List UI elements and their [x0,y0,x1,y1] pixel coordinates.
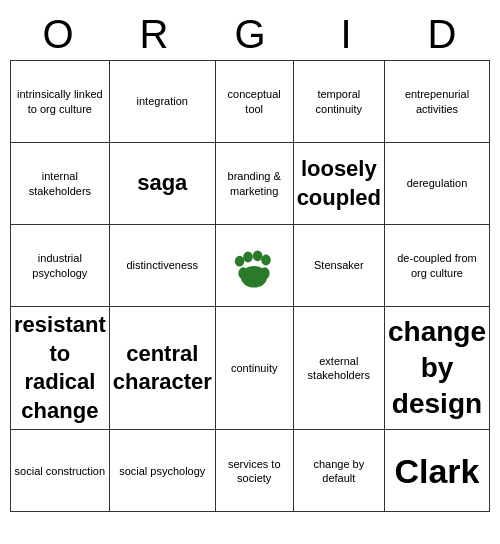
cell-text-7: branding & marketing [219,169,290,198]
header-I: I [298,8,394,60]
grid-cell-13: Stensaker [294,225,385,307]
paw-icon [224,236,284,296]
header-O: O [10,8,106,60]
cell-text-15: resistant to radical change [14,311,106,425]
cell-text-21: social psychology [119,464,205,478]
cell-text-11: distinctiveness [126,258,198,272]
svg-point-6 [261,254,271,265]
svg-point-3 [235,255,245,266]
svg-point-1 [239,267,249,279]
grid-cell-2: conceptual tool [216,61,294,143]
grid-cell-17: continuity [216,307,294,430]
cell-text-0: intrinsically linked to org culture [14,87,106,116]
cell-text-13: Stensaker [314,258,364,272]
cell-text-19: change by design [388,314,486,423]
grid-cell-8: loosely coupled [294,143,385,225]
grid-cell-9: deregulation [385,143,490,225]
cell-text-22: services to society [219,457,290,486]
cell-text-6: saga [137,169,187,198]
grid-cell-18: external stakeholders [294,307,385,430]
cell-text-9: deregulation [407,176,468,190]
bingo-card: O R G I D intrinsically linked to org cu… [10,8,490,512]
cell-text-18: external stakeholders [297,354,381,383]
cell-text-5: internal stakeholders [14,169,106,198]
grid-cell-12 [216,225,294,307]
svg-point-2 [260,267,270,279]
cell-text-2: conceptual tool [219,87,290,116]
grid-cell-14: de-coupled from org culture [385,225,490,307]
grid-cell-4: entrepenurial activities [385,61,490,143]
grid-cell-16: central character [110,307,216,430]
grid-cell-10: industrial psychology [11,225,110,307]
bingo-grid: intrinsically linked to org cultureinteg… [10,60,490,512]
cell-text-4: entrepenurial activities [388,87,486,116]
cell-text-8: loosely coupled [297,155,381,212]
header-row: O R G I D [10,8,490,60]
header-R: R [106,8,202,60]
cell-text-23: change by default [297,457,381,486]
grid-cell-7: branding & marketing [216,143,294,225]
svg-point-5 [253,250,263,261]
grid-cell-6: saga [110,143,216,225]
header-D: D [394,8,490,60]
cell-text-3: temporal continuity [297,87,381,116]
grid-cell-3: temporal continuity [294,61,385,143]
grid-cell-0: intrinsically linked to org culture [11,61,110,143]
grid-cell-11: distinctiveness [110,225,216,307]
grid-cell-5: internal stakeholders [11,143,110,225]
svg-point-4 [243,251,253,262]
cell-text-20: social construction [15,464,106,478]
grid-cell-23: change by default [294,430,385,512]
grid-cell-15: resistant to radical change [11,307,110,430]
cell-text-16: central character [113,340,212,397]
grid-cell-1: integration [110,61,216,143]
cell-text-14: de-coupled from org culture [388,251,486,280]
header-G: G [202,8,298,60]
grid-cell-19: change by design [385,307,490,430]
grid-cell-22: services to society [216,430,294,512]
grid-cell-21: social psychology [110,430,216,512]
grid-cell-24: Clark [385,430,490,512]
cell-text-1: integration [137,94,188,108]
grid-cell-20: social construction [11,430,110,512]
cell-text-10: industrial psychology [14,251,106,280]
cell-text-17: continuity [231,361,277,375]
cell-text-24: Clark [394,449,479,493]
